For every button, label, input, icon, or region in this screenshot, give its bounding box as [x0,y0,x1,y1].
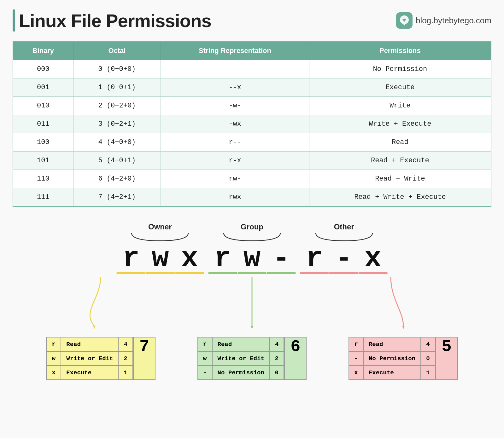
perm-char-x1: x [175,243,204,274]
group-row2-desc: Write or Edit [212,351,270,366]
cell-string: -w- [161,97,309,115]
col-header-binary: Binary [13,41,73,60]
perm-char-r2: r [208,243,237,274]
website-url: blog.bytebytego.com [416,16,491,26]
owner-perm-table: r Read 4 w Write or Edit 2 x Execute 1 [46,337,133,380]
other-row2-val: 0 [421,351,435,366]
table-row: 101 5 (4+0+1) r-x Read + Execute [13,152,491,170]
owner-row3-desc: Execute [61,366,118,380]
cell-string: --x [161,78,309,97]
cell-string: r-- [161,133,309,152]
group-row3-desc: No Permission [212,366,270,380]
cell-permission: Read + Execute [309,152,491,170]
cell-permission: Read + Write [309,170,491,188]
group-row1-val: 4 [270,337,284,351]
perm-char-x2: x [358,243,388,274]
other-brace-icon [313,231,376,243]
cell-octal: 5 (4+0+1) [73,152,161,170]
cell-string: rwx [161,188,309,207]
cell-binary: 010 [13,97,73,115]
other-row3-key: x [349,366,363,380]
other-row1-desc: Read [363,337,421,351]
owner-box: r Read 4 w Write or Edit 2 x Execute 1 [46,337,155,380]
owner-label: Owner [148,222,172,231]
other-row1-key: r [349,337,363,351]
cell-binary: 111 [13,188,73,207]
group-perm-table: r Read 4 w Write or Edit 2 - No Permissi… [197,337,284,380]
cell-permission: Read [309,133,491,152]
cell-permission: Read + Write + Execute [309,188,491,207]
cell-permission: Write [309,97,491,115]
owner-row3-val: 1 [118,366,132,380]
cell-permission: Write + Execute [309,115,491,133]
cell-binary: 101 [13,152,73,170]
owner-row2-key: w [46,351,61,366]
other-row2-desc: No Permission [363,351,421,366]
group-row3-key: - [198,366,212,380]
owner-row1-val: 4 [118,337,132,351]
owner-row1-desc: Read [61,337,118,351]
table-row: 100 4 (4+0+0) r-- Read [13,133,491,152]
cell-octal: 4 (4+0+0) [73,133,161,152]
col-header-string: String Representation [161,41,309,60]
cell-permission: Execute [309,78,491,97]
svg-marker-3 [402,326,405,329]
other-label: Other [334,222,354,231]
group-label: Group [241,222,263,231]
col-header-permissions: Permissions [309,41,491,60]
perm-char-dash1: - [267,243,296,274]
cell-string: --- [161,60,309,78]
title-area: Linux File Permissions [13,9,211,32]
group-row3-val: 0 [270,366,284,380]
table-row: 011 3 (0+2+1) -wx Write + Execute [13,115,491,133]
perm-char-w2: w [237,243,267,274]
other-box: r Read 4 - No Permission 0 x Execute 1 [349,337,458,380]
big-perm-string: r w x r w - r - x [116,243,388,274]
page-title: Linux File Permissions [19,10,211,31]
logo-area: blog.bytebytego.com [396,12,491,29]
cell-string: r-x [161,152,309,170]
cell-octal: 0 (0+0+0) [73,60,161,78]
table-row: 010 2 (0+2+0) -w- Write [13,97,491,115]
cell-binary: 001 [13,78,73,97]
other-row3-desc: Execute [363,366,421,380]
cell-octal: 6 (4+2+0) [73,170,161,188]
accent-bar [13,9,15,32]
cell-octal: 2 (0+2+0) [73,97,161,115]
group-row2-val: 2 [270,351,284,366]
cell-octal: 7 (4+2+1) [73,188,161,207]
other-total: 5 [436,337,458,380]
table-row: 000 0 (0+0+0) --- No Permission [13,60,491,78]
owner-row3-key: x [46,366,61,380]
permission-table: Binary Octal String Representation Permi… [13,41,491,207]
owner-row1-key: r [46,337,61,351]
cell-binary: 100 [13,133,73,152]
permission-visual: Owner Group Other r w x r w - r - x [13,222,491,380]
svg-marker-2 [251,326,253,329]
bytebytego-logo-icon [396,12,413,29]
svg-marker-1 [93,326,96,329]
group-total: 6 [284,337,307,380]
owner-row2-desc: Write or Edit [61,351,118,366]
group-row1-desc: Read [212,337,270,351]
cell-binary: 110 [13,170,73,188]
page-header: Linux File Permissions blog.bytebytego.c… [13,9,491,32]
group-row1-key: r [198,337,212,351]
perm-char-w1: w [146,243,175,274]
other-row1-val: 4 [421,337,435,351]
owner-total: 7 [133,337,155,380]
cell-string: rw- [161,170,309,188]
group-brace-icon [220,231,284,243]
group-row2-key: w [198,351,212,366]
cell-binary: 000 [13,60,73,78]
owner-row2-val: 2 [118,351,132,366]
cell-octal: 3 (0+2+1) [73,115,161,133]
cell-binary: 011 [13,115,73,133]
other-perm-table: r Read 4 - No Permission 0 x Execute 1 [349,337,436,380]
table-row: 001 1 (0+0+1) --x Execute [13,78,491,97]
table-row: 111 7 (4+2+1) rwx Read + Write + Execute [13,188,491,207]
cell-string: -wx [161,115,309,133]
other-row2-key: - [349,351,363,366]
cell-octal: 1 (0+0+1) [73,78,161,97]
table-row: 110 6 (4+2+0) rw- Read + Write [13,170,491,188]
